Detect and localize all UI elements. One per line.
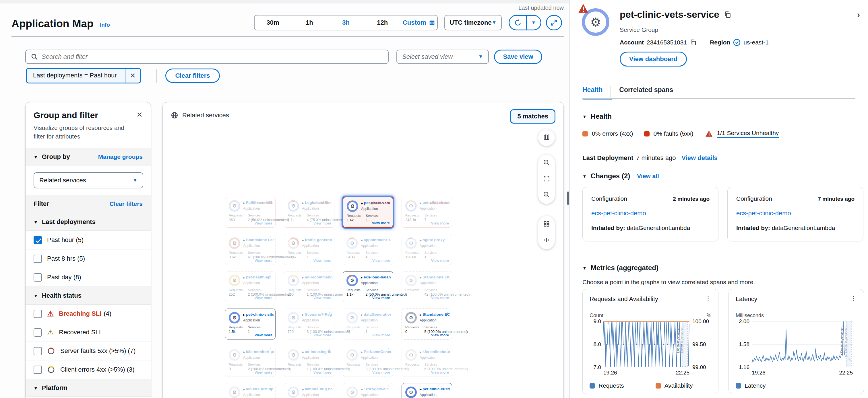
- service-card-standalone-lambda[interactable]: ⚙▶Standalone LambdaApplication⋮Requests3…: [225, 234, 276, 265]
- time-range-30m[interactable]: 30m: [255, 19, 291, 26]
- service-card-lambda-bug-bash[interactable]: ⚙▶lambda-bug-bashApplication: [284, 383, 334, 398]
- kebab-menu-icon[interactable]: ⋮: [386, 385, 391, 389]
- kebab-menu-icon[interactable]: ⋮: [445, 347, 449, 352]
- view-more-link[interactable]: View more: [372, 296, 390, 300]
- tab-health[interactable]: Health: [582, 86, 611, 99]
- expand-triangle-icon[interactable]: ▶: [420, 239, 422, 242]
- chart-plot[interactable]: Deployment...Deployment...: [603, 322, 689, 367]
- service-name[interactable]: pet-health-api: [246, 275, 272, 279]
- service-card-scenario7-registerne-[interactable]: ⚙▶Scenario7-RegisterNe...Application⋮Req…: [284, 308, 334, 339]
- expand-triangle-icon[interactable]: ▶: [420, 388, 422, 391]
- service-card-testagarwalr[interactable]: ⚙▶TestAgarwalrApplication⋮: [343, 383, 393, 398]
- checkbox[interactable]: [34, 347, 42, 355]
- service-name[interactable]: TestAgarwalr: [364, 387, 388, 391]
- view-more-link[interactable]: View more: [313, 221, 331, 225]
- service-card-nginx-proxy[interactable]: ⚙▶nginx-proxyApplicationRequests138.8kSe…: [402, 234, 452, 265]
- kebab-menu-icon[interactable]: ⋮: [328, 273, 332, 277]
- view-more-link[interactable]: View more: [255, 296, 272, 300]
- view-more-link[interactable]: View more: [372, 333, 390, 337]
- kebab-menu-icon[interactable]: ⋮: [328, 347, 332, 352]
- copy-icon[interactable]: [690, 39, 696, 46]
- view-more-link[interactable]: View more: [255, 259, 272, 263]
- checkbox[interactable]: [34, 328, 42, 337]
- expand-triangle-icon[interactable]: ▶: [302, 351, 304, 354]
- view-dashboard-button[interactable]: View dashboard: [620, 52, 687, 67]
- service-card-k8s-onlineboutique-60-[interactable]: ⚙▶k8s-onlineboutique-60...Application⋮Re…: [402, 346, 452, 377]
- chevron-down-icon[interactable]: ▼: [582, 114, 587, 119]
- info-link[interactable]: Info: [100, 22, 110, 28]
- view-more-link[interactable]: View more: [431, 221, 449, 225]
- checkbox[interactable]: [34, 236, 42, 244]
- checkbox[interactable]: [34, 255, 42, 263]
- expand-triangle-icon[interactable]: ▶: [302, 239, 304, 242]
- view-more-link[interactable]: View more: [313, 259, 331, 263]
- tab-correlated-spans[interactable]: Correlated spans: [611, 86, 681, 99]
- expand-triangle-icon[interactable]: ▶: [361, 313, 363, 316]
- kebab-menu-icon[interactable]: ⋮: [445, 273, 449, 277]
- service-card-ecs-load-balancer[interactable]: ⚙▶ecs-load-balancerApplicationRequests1.…: [343, 271, 393, 302]
- expand-triangle-icon[interactable]: ▶: [302, 388, 304, 391]
- filter-section-health-status[interactable]: ▼Health status: [26, 287, 151, 304]
- expand-triangle-icon[interactable]: ▶: [302, 276, 304, 279]
- chevron-down-icon[interactable]: ▼: [582, 174, 587, 179]
- search-input[interactable]: [42, 53, 383, 61]
- expand-triangle-icon[interactable]: ▶: [361, 276, 363, 279]
- service-name[interactable]: nginx-proxy: [423, 238, 445, 242]
- service-name[interactable]: traffic-generator: [305, 238, 332, 242]
- save-view-button[interactable]: Save view: [494, 49, 542, 64]
- service-name[interactable]: ecs-load-balancer: [364, 275, 391, 279]
- filter-section-last-deployments[interactable]: ▼Last deployments: [26, 213, 151, 231]
- expand-triangle-icon[interactable]: ▶: [361, 202, 363, 205]
- expand-triangle-icon[interactable]: ▶: [243, 351, 245, 354]
- service-card-datagenerationlambda[interactable]: ⚙▶dataGenerationLambdaApplicationRequest…: [343, 308, 393, 339]
- checkbox[interactable]: [34, 310, 42, 318]
- view-more-link[interactable]: View more: [431, 333, 449, 337]
- expand-triangle-icon[interactable]: ▶: [243, 202, 245, 204]
- remove-filter-icon[interactable]: ✕: [125, 72, 141, 80]
- view-more-link[interactable]: View more: [255, 333, 272, 337]
- kebab-menu-icon[interactable]: ⋮: [850, 296, 857, 301]
- refresh-options-button[interactable]: ▼: [526, 15, 541, 30]
- close-icon[interactable]: ✕: [136, 110, 143, 119]
- clear-filters-button[interactable]: Clear filters: [165, 69, 220, 83]
- expand-triangle-icon[interactable]: ▶: [302, 313, 304, 316]
- timezone-select[interactable]: UTC timezone ▼: [444, 15, 502, 30]
- service-card-appointment-service-g-[interactable]: ⚙▶appointment-service-g...ApplicationReq…: [343, 234, 393, 265]
- view-more-link[interactable]: View more: [431, 259, 449, 263]
- view-more-link[interactable]: View more: [255, 370, 272, 374]
- service-card-alb-eks-test-app[interactable]: ⚙▶alb-eks-test-appApplication⋮: [225, 383, 276, 398]
- change-resource-link[interactable]: ecs-pet-clinic-demo: [591, 210, 646, 218]
- expand-triangle-icon[interactable]: ▶: [420, 313, 422, 316]
- split-resize-handle[interactable]: [567, 192, 569, 205]
- expand-triangle-icon[interactable]: ▶: [420, 351, 422, 354]
- expand-triangle-icon[interactable]: ▶: [420, 202, 422, 204]
- services-unhealthy-link[interactable]: 1/1 Services Unhealthy: [717, 130, 779, 138]
- view-more-link[interactable]: View more: [372, 370, 390, 374]
- service-card-logisticsapi[interactable]: ⚙▶LogisticsAPIApplication⚠ SLI breachReq…: [284, 197, 334, 228]
- kebab-menu-icon[interactable]: ⋮: [269, 385, 273, 389]
- time-range-3h[interactable]: 3h: [328, 19, 364, 26]
- view-more-link[interactable]: View more: [431, 370, 449, 374]
- service-card-pet-clinic-vets-service[interactable]: ⚙▶pet-clinic-vets-serviceApplication⚠ SL…: [343, 197, 393, 228]
- kebab-menu-icon[interactable]: ⋮: [269, 347, 273, 352]
- view-details-link[interactable]: View details: [681, 154, 718, 162]
- expand-triangle-icon[interactable]: ▶: [420, 276, 422, 279]
- view-more-link[interactable]: View more: [372, 259, 390, 263]
- filter-section-platform[interactable]: ▼Platform: [26, 379, 151, 397]
- kebab-menu-icon[interactable]: ⋮: [386, 347, 391, 352]
- view-more-link[interactable]: View more: [255, 221, 272, 225]
- change-resource-link[interactable]: ecs-pet-clinic-demo: [736, 210, 791, 218]
- service-card-k8s-monitori-prometh-[interactable]: ⚙▶k8s-monitori-prometh...Application⋮Req…: [225, 346, 276, 377]
- view-more-link[interactable]: View more: [313, 296, 331, 300]
- expand-triangle-icon[interactable]: ▶: [243, 276, 245, 279]
- view-more-link[interactable]: View more: [313, 333, 331, 337]
- service-card-ad-indexing-lb[interactable]: ⚙▶ad-indexing-lbApplication⋮Requests0Ser…: [284, 346, 334, 377]
- refresh-button[interactable]: [508, 15, 526, 30]
- time-range-custom[interactable]: Custom: [401, 19, 437, 26]
- kebab-menu-icon[interactable]: ⋮: [269, 235, 273, 240]
- chevron-down-icon[interactable]: ▼: [582, 266, 587, 270]
- service-card-standalone-eks[interactable]: ⚙▶Standalone EKSApplication⋮Requests0Ser…: [402, 271, 452, 302]
- checkbox[interactable]: [34, 366, 42, 374]
- view-all-link[interactable]: View all: [637, 173, 659, 179]
- expand-triangle-icon[interactable]: ▶: [361, 388, 363, 391]
